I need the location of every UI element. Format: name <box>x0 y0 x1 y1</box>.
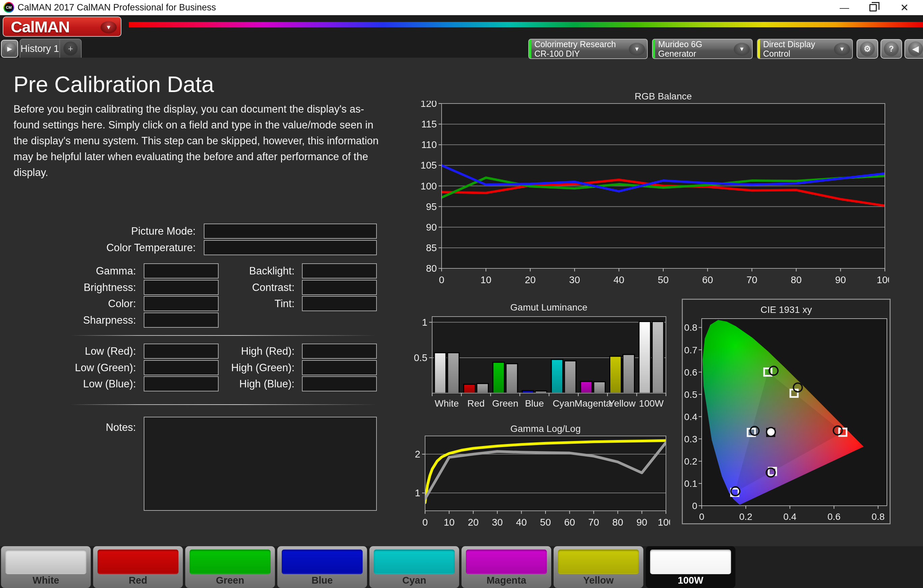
pattern-button-100w[interactable]: 100W <box>646 546 736 588</box>
bar-blue-measured <box>522 391 534 393</box>
gamut-luminance-title: Gamut Luminance <box>431 302 667 313</box>
calman-menu-button[interactable]: CalMAN ▼ <box>3 16 122 37</box>
backlight-field[interactable] <box>302 263 377 278</box>
axis-tick-label: 85 <box>426 242 437 253</box>
gamma-field[interactable] <box>144 263 218 278</box>
axis-tick-label: 0.3 <box>684 434 697 444</box>
low-green-label: Low (Green): <box>13 360 136 375</box>
pattern-button-white[interactable]: White <box>1 546 91 588</box>
pattern-button-blue[interactable]: Blue <box>277 546 367 588</box>
pattern-button-red[interactable]: Red <box>93 546 183 588</box>
tab-group: History 1 + <box>20 39 82 58</box>
cie-svg: 00.10.20.30.40.50.60.70.800.20.40.60.8 <box>683 300 890 523</box>
minimize-button[interactable]: — <box>834 0 855 15</box>
notes-field[interactable] <box>144 417 377 511</box>
maximize-button[interactable] <box>862 0 884 15</box>
page-title: Pre Calibration Data <box>13 72 214 97</box>
axis-tick-label: 0.5 <box>414 352 427 363</box>
axis-tick-label: 0.6 <box>828 511 841 522</box>
meter-dropdown[interactable]: Colorimetry Research CR-100 DIY ▼ <box>528 39 648 59</box>
brightness-field[interactable] <box>144 280 218 295</box>
axis-tick-label: White <box>435 398 459 409</box>
high-green-label: High (Green): <box>205 360 294 375</box>
axis-tick-label: 1 <box>415 488 420 498</box>
picture-mode-field[interactable] <box>204 224 377 239</box>
axis-tick-label: 1 <box>422 317 427 328</box>
collapse-panel-button[interactable]: ◀ <box>905 39 923 59</box>
pattern-swatch <box>5 550 86 574</box>
axis-tick-label: 50 <box>540 517 551 527</box>
axis-tick-label: 0 <box>692 501 697 511</box>
add-tab-button[interactable]: + <box>60 39 81 58</box>
pattern-swatch <box>374 550 455 574</box>
gamma-loglog-title: Gamma Log/Log <box>427 423 664 434</box>
pattern-label: Cyan <box>370 575 459 586</box>
axis-tick-label: 0 <box>439 274 444 285</box>
pattern-button-green[interactable]: Green <box>185 546 275 588</box>
header: CalMAN ▼ ▶ History 1 + Colorimetry Resea… <box>0 15 923 58</box>
divider <box>71 404 377 405</box>
bar-magenta-target <box>594 382 605 393</box>
help-button[interactable]: ? <box>880 39 902 59</box>
high-green-field[interactable] <box>302 360 377 375</box>
sharpness-field[interactable] <box>144 313 218 328</box>
axis-tick-label: 30 <box>492 517 503 527</box>
rgb-balance-chart: 8085909510010511011512001020304050607080… <box>415 101 889 289</box>
workflow-forward-button[interactable]: ▶ <box>1 40 18 58</box>
divider <box>71 335 377 336</box>
bar-green-measured <box>493 362 504 393</box>
axis-tick-label: 0.5 <box>684 390 697 400</box>
pattern-swatch <box>97 550 179 574</box>
gamut-luminance-chart: 0.51WhiteRedGreenBlueCyanMagentaYellow10… <box>405 314 671 414</box>
title-bar: CM CalMAN 2017 CalMAN Professional for B… <box>0 0 923 15</box>
tint-label: Tint: <box>218 296 294 311</box>
bar-magenta-measured <box>581 381 592 393</box>
pattern-bar: WhiteRedGreenBlueCyanMagentaYellow100W ■… <box>0 546 923 588</box>
bar-cyan-measured <box>551 359 563 393</box>
contrast-field[interactable] <box>302 280 377 295</box>
tab-history-1[interactable]: History 1 <box>20 39 60 58</box>
notes-label: Notes: <box>13 420 136 435</box>
chevron-down-icon: ▼ <box>834 43 850 56</box>
rgb_balance-svg: 8085909510010511011512001020304050607080… <box>415 101 889 288</box>
pattern-swatch <box>282 550 363 574</box>
axis-tick-label: 100 <box>421 181 437 192</box>
source-dropdown[interactable]: Murideo 6G Generator ▼ <box>652 39 753 59</box>
low-blue-label: Low (Blue): <box>13 376 136 391</box>
axis-tick-label: 10 <box>443 517 455 527</box>
settings-button[interactable]: ⚙ <box>857 39 878 59</box>
bar-100w-measured <box>639 322 650 393</box>
color-field[interactable] <box>144 296 218 311</box>
maximize-icon <box>869 4 877 11</box>
tint-field[interactable] <box>302 296 377 311</box>
bar-red-target <box>477 384 488 393</box>
close-button[interactable]: ✕ <box>893 0 915 15</box>
color-temperature-field[interactable] <box>204 240 377 255</box>
pattern-swatch <box>650 550 731 574</box>
axis-tick-label: 0.2 <box>739 511 752 522</box>
axis-tick-label: 90 <box>426 222 437 233</box>
pattern-swatch <box>466 550 547 574</box>
cie-1931-chart: 00.10.20.30.40.50.60.70.800.20.40.60.8 <box>683 300 890 525</box>
app-icon-text: CM <box>4 3 13 12</box>
high-red-field[interactable] <box>302 344 377 359</box>
axis-tick-label: 0.8 <box>684 322 697 333</box>
display-control-dropdown[interactable]: Direct Display Control ▼ <box>757 39 853 59</box>
gamma_log-svg: 120102030405060708090100 <box>398 433 670 530</box>
bar-white-measured <box>435 353 446 393</box>
question-icon: ? <box>884 41 899 56</box>
pattern-button-cyan[interactable]: Cyan <box>370 546 459 588</box>
pattern-button-magenta[interactable]: Magenta <box>462 546 551 588</box>
high-blue-field[interactable] <box>302 376 377 391</box>
chevron-down-icon: ▼ <box>629 43 645 56</box>
cie-1931-panel: CIE 1931 xy 00.10.20.30.40.50.60.70.800.… <box>682 299 891 524</box>
pattern-button-yellow[interactable]: Yellow <box>553 546 643 588</box>
axis-tick-label: 80 <box>791 274 801 285</box>
axis-tick-label: 70 <box>747 274 757 285</box>
bar-green-target <box>506 364 517 393</box>
axis-tick-label: 80 <box>612 517 623 527</box>
meter-status-accent <box>529 39 531 58</box>
axis-tick-label: 0.8 <box>871 511 885 522</box>
axis-tick-label: 0 <box>422 517 428 527</box>
gamma-loglog-chart: 120102030405060708090100 <box>398 433 670 532</box>
